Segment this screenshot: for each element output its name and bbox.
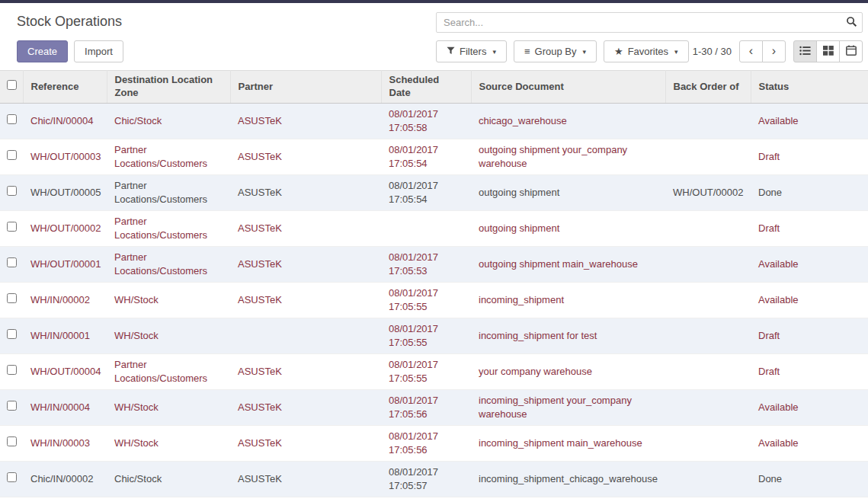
select-all-checkbox[interactable] — [7, 80, 17, 90]
cell-scheduled-date: 08/01/2017 17:05:54 — [381, 175, 471, 211]
cell-source-document: incoming_shipment — [471, 283, 665, 318]
row-checkbox-cell — [0, 318, 23, 354]
cell-status: Done — [751, 462, 868, 497]
view-switcher-kanban-button[interactable] — [816, 40, 840, 62]
row-checkbox[interactable] — [7, 365, 17, 375]
row-checkbox[interactable] — [7, 293, 17, 303]
filter-icon — [447, 46, 455, 57]
column-header-back-order-of[interactable]: Back Order of — [665, 71, 751, 104]
import-button[interactable]: Import — [74, 40, 123, 62]
cell-scheduled-date: 08/01/2017 17:05:55 — [381, 354, 471, 390]
cell-destination-location-zone: Partner Locations/Customers — [107, 354, 230, 390]
cell-source-document: incoming_shipment main_warehouse — [471, 426, 665, 462]
search-input[interactable] — [436, 12, 863, 33]
row-checkbox-cell — [0, 139, 23, 175]
cell-destination-location-zone: WH/Stock — [107, 318, 230, 354]
favorites-button[interactable]: ★ Favorites ▾ — [604, 40, 689, 62]
cell-back-order-of — [665, 462, 751, 497]
row-checkbox[interactable] — [7, 329, 17, 339]
table-row[interactable]: Chic/IN/00002 Chic/Stock ASUSTeK 08/01/2… — [0, 462, 868, 497]
cell-reference: WH/OUT/00002 — [23, 211, 107, 247]
cell-status: Draft — [751, 318, 868, 354]
row-checkbox[interactable] — [7, 401, 17, 411]
row-checkbox[interactable] — [7, 186, 17, 196]
column-header-source-document[interactable]: Source Document — [471, 71, 665, 104]
cell-scheduled-date: 08/01/2017 17:05:53 — [381, 247, 471, 283]
table-row[interactable]: Chic/IN/00004 Chic/Stock ASUSTeK 08/01/2… — [0, 104, 868, 139]
cell-reference: WH/OUT/00003 — [23, 139, 107, 175]
chevron-right-icon: › — [772, 45, 776, 57]
view-switcher-list-button[interactable] — [793, 40, 817, 62]
view-switcher-calendar-button[interactable] — [839, 40, 863, 62]
table-row[interactable]: WH/IN/00004 WH/Stock ASUSTeK 08/01/2017 … — [0, 390, 868, 426]
column-header-reference[interactable]: Reference — [23, 71, 107, 104]
row-checkbox[interactable] — [7, 222, 17, 232]
cell-destination-location-zone: Chic/Stock — [107, 462, 230, 497]
cell-destination-location-zone: Partner Locations/Customers — [107, 175, 230, 211]
cell-source-document: incoming_shipment your_company warehouse — [471, 390, 665, 426]
operations-table: Reference Destination Location Zone Part… — [0, 70, 868, 497]
list-view-icon — [799, 46, 811, 58]
cell-destination-location-zone: Partner Locations/Customers — [107, 247, 230, 283]
row-checkbox[interactable] — [7, 472, 17, 482]
cell-source-document: your company warehouse — [471, 354, 665, 390]
filters-label: Filters — [460, 46, 486, 57]
table-row[interactable]: WH/OUT/00005 Partner Locations/Customers… — [0, 175, 868, 211]
star-icon: ★ — [614, 46, 623, 56]
row-checkbox-cell — [0, 104, 23, 139]
cell-status: Done — [751, 175, 868, 211]
cell-partner: ASUSTeK — [230, 354, 381, 390]
row-checkbox-cell — [0, 247, 23, 283]
search-box — [436, 12, 863, 33]
cell-back-order-of: WH/OUT/00002 — [665, 175, 751, 211]
pager-range: 1-30 / 30 — [693, 46, 732, 57]
cell-scheduled-date: 08/01/2017 17:05:58 — [381, 104, 471, 139]
column-header-destination-location-zone[interactable]: Destination Location Zone — [107, 71, 230, 104]
stock-operations-screen: Stock Operations Create Import — [0, 0, 868, 502]
row-checkbox[interactable] — [7, 257, 17, 267]
cell-destination-location-zone: WH/Stock — [107, 283, 230, 318]
cell-destination-location-zone: WH/Stock — [107, 426, 230, 462]
cell-source-document: incoming_shipment for test — [471, 318, 665, 354]
search-icon — [846, 16, 857, 30]
search-button[interactable] — [843, 15, 860, 30]
cell-back-order-of — [665, 247, 751, 283]
operations-table-body: Chic/IN/00004 Chic/Stock ASUSTeK 08/01/2… — [0, 104, 868, 497]
table-row[interactable]: WH/OUT/00001 Partner Locations/Customers… — [0, 247, 868, 283]
table-row[interactable]: WH/IN/00003 WH/Stock ASUSTeK 08/01/2017 … — [0, 426, 868, 462]
cell-reference: WH/IN/00004 — [23, 390, 107, 426]
row-checkbox[interactable] — [7, 436, 17, 446]
cell-scheduled-date: 08/01/2017 17:05:56 — [381, 390, 471, 426]
create-button[interactable]: Create — [17, 40, 68, 62]
cell-partner: ASUSTeK — [230, 462, 381, 497]
table-row[interactable]: WH/IN/00001 WH/Stock 08/01/2017 17:05:55… — [0, 318, 868, 354]
cell-reference: WH/IN/00002 — [23, 283, 107, 318]
cell-reference: WH/OUT/00001 — [23, 247, 107, 283]
cell-source-document: outgoing shipment main_warehouse — [471, 247, 665, 283]
cell-reference: WH/IN/00003 — [23, 426, 107, 462]
pager: 1-30 / 30 ‹ › — [693, 40, 863, 62]
cell-status: Available — [751, 390, 868, 426]
group-by-button[interactable]: ≡ Group By ▾ — [514, 40, 597, 62]
cell-back-order-of — [665, 283, 751, 318]
pager-prev-button[interactable]: ‹ — [739, 40, 763, 62]
table-row[interactable]: WH/OUT/00003 Partner Locations/Customers… — [0, 139, 868, 175]
table-row[interactable]: WH/OUT/00002 Partner Locations/Customers… — [0, 211, 868, 247]
row-checkbox-cell — [0, 211, 23, 247]
search-options-row: Filters ▾ ≡ Group By ▾ ★ Favorites ▾ — [436, 40, 863, 62]
column-header-partner[interactable]: Partner — [230, 71, 381, 104]
pager-next-button[interactable]: › — [762, 40, 786, 62]
filters-button[interactable]: Filters ▾ — [436, 40, 507, 62]
page-title: Stock Operations — [17, 14, 436, 30]
row-checkbox[interactable] — [7, 150, 17, 160]
row-checkbox[interactable] — [7, 114, 17, 124]
table-row[interactable]: WH/IN/00002 WH/Stock ASUSTeK 08/01/2017 … — [0, 283, 868, 318]
action-buttons: Create Import — [17, 40, 436, 62]
cell-destination-location-zone: WH/Stock — [107, 390, 230, 426]
cell-destination-location-zone: Chic/Stock — [107, 104, 230, 139]
chevron-down-icon: ▾ — [492, 48, 496, 56]
column-header-status[interactable]: Status — [751, 71, 868, 104]
cell-source-document: chicago_warehouse — [471, 104, 665, 139]
column-header-scheduled-date[interactable]: Scheduled Date — [381, 71, 471, 104]
table-row[interactable]: WH/OUT/00004 Partner Locations/Customers… — [0, 354, 868, 390]
